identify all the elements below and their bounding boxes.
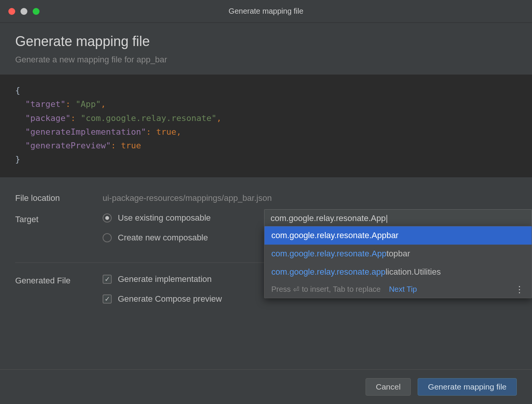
maximize-window-button[interactable] bbox=[33, 8, 40, 15]
dialog-footer: Cancel Generate mapping file bbox=[0, 369, 532, 404]
file-location-label: File location bbox=[15, 192, 103, 203]
target-input-container: com.google.relay.resonate.Appbar com.goo… bbox=[264, 209, 532, 227]
code-key: "target" bbox=[25, 99, 66, 109]
page-subtitle: Generate a new mapping file for app_bar bbox=[15, 55, 517, 65]
autocomplete-item[interactable]: com.google.relay.resonate.application.Ut… bbox=[264, 263, 532, 281]
cancel-button[interactable]: Cancel bbox=[366, 378, 411, 396]
target-input[interactable] bbox=[264, 209, 532, 227]
checkbox-icon bbox=[103, 275, 112, 284]
autocomplete-hint: Press ⏎ to insert, Tab to replace Next T… bbox=[271, 285, 417, 294]
radio-label: Create new composable bbox=[118, 233, 208, 243]
more-icon[interactable]: ⋮ bbox=[515, 285, 525, 294]
radio-icon bbox=[103, 233, 112, 242]
window-title: Generate mapping file bbox=[229, 7, 304, 16]
file-location-row: File location ui-package-resources/mappi… bbox=[15, 192, 517, 203]
code-key: "generatePreview" bbox=[25, 141, 111, 150]
close-window-button[interactable] bbox=[8, 8, 15, 15]
minimize-window-button[interactable] bbox=[21, 8, 27, 15]
autocomplete-popup: com.google.relay.resonate.Appbar com.goo… bbox=[264, 226, 532, 298]
autocomplete-item[interactable]: com.google.relay.resonate.Appbar bbox=[264, 226, 532, 245]
autocomplete-match: com.google.relay.resonate.App bbox=[271, 249, 386, 258]
code-key: "generateImplementation" bbox=[25, 127, 146, 137]
form-area: File location ui-package-resources/mappi… bbox=[0, 177, 532, 253]
radio-label: Use existing composable bbox=[118, 213, 211, 223]
generate-button[interactable]: Generate mapping file bbox=[418, 378, 517, 396]
target-row: Target Use existing composable Create ne… bbox=[15, 213, 517, 253]
autocomplete-item[interactable]: com.google.relay.resonate.Apptopbar bbox=[264, 245, 532, 263]
autocomplete-match: com.google.relay.resonate.app bbox=[271, 267, 385, 277]
autocomplete-rest: bar bbox=[386, 231, 399, 240]
checkbox-label: Generate Compose preview bbox=[118, 294, 222, 304]
page-title: Generate mapping file bbox=[15, 33, 517, 49]
code-key: "package" bbox=[25, 113, 71, 123]
autocomplete-rest: lication.Utilities bbox=[385, 267, 441, 277]
checkbox-label: Generate implementation bbox=[118, 274, 212, 284]
window-controls bbox=[8, 8, 40, 15]
code-preview: { "target": "App", "package": "com.googl… bbox=[0, 75, 532, 177]
dialog-window: Generate mapping file Generate mapping f… bbox=[0, 0, 532, 404]
code-value: true bbox=[156, 127, 176, 137]
target-label: Target bbox=[15, 213, 103, 224]
titlebar: Generate mapping file bbox=[0, 0, 532, 23]
code-value: "com.google.relay.resonate" bbox=[81, 113, 217, 123]
radio-icon bbox=[103, 213, 112, 223]
file-location-value: ui-package-resources/mappings/app_bar.js… bbox=[103, 192, 517, 203]
checkbox-icon bbox=[103, 294, 112, 304]
code-value: "App" bbox=[76, 99, 101, 109]
code-value: true bbox=[121, 141, 141, 150]
autocomplete-match: com.google.relay.resonate.App bbox=[271, 231, 386, 240]
enter-icon: ⏎ bbox=[293, 285, 299, 294]
next-tip-link[interactable]: Next Tip bbox=[389, 285, 417, 294]
autocomplete-rest: topbar bbox=[386, 249, 410, 258]
dialog-header: Generate mapping file Generate a new map… bbox=[0, 23, 532, 75]
autocomplete-footer: Press ⏎ to insert, Tab to replace Next T… bbox=[264, 281, 532, 298]
generated-file-label: Generated File bbox=[15, 274, 103, 286]
